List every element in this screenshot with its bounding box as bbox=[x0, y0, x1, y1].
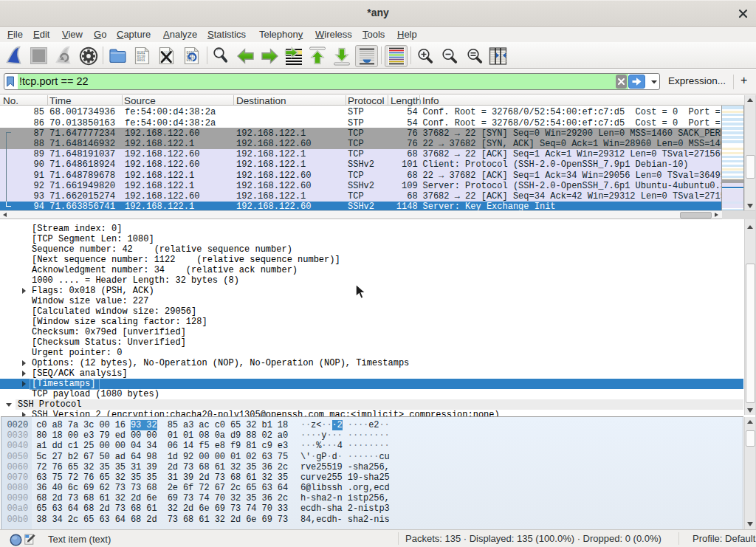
svg-text:0011: 0011 bbox=[137, 58, 145, 62]
